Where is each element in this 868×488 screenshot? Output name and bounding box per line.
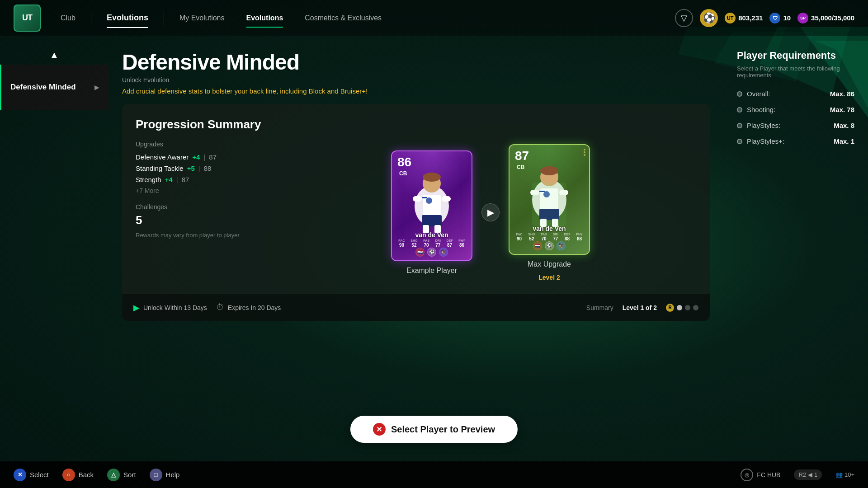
- nav-cosmetics[interactable]: Cosmetics & Exclusives: [294, 9, 392, 27]
- nav-right: ▽ ⚽ UT 803,231 🛡 10 SP 35,000/35,000: [675, 9, 854, 27]
- sidebar-up-arrow[interactable]: ▲: [0, 50, 108, 60]
- progression-info: Progression Summary Upgrades Defensive A…: [136, 117, 271, 307]
- team-badge-icon[interactable]: ⚽: [700, 9, 718, 27]
- sort-action-btn[interactable]: △ Sort: [107, 469, 136, 481]
- example-card-badges: 🇳🇱 ⚽ 🦅: [392, 248, 472, 257]
- max-nation-badge: 🇳🇱: [533, 241, 542, 250]
- example-card-wrapper: 86 CB: [391, 150, 472, 275]
- nav-club[interactable]: Club: [50, 9, 86, 27]
- nav-evolutions-sub[interactable]: Evolutions: [236, 9, 294, 27]
- challenges-count: 5: [136, 213, 271, 227]
- req-shooting-left: Shooting:: [737, 106, 775, 113]
- upgrade2-name: Standing Tackle: [136, 164, 184, 172]
- example-card-label: Example Player: [406, 267, 457, 275]
- r2-number: 1: [814, 471, 817, 478]
- svg-point-18: [540, 166, 558, 175]
- coins-value: 803,231: [738, 14, 763, 22]
- example-player-image: [396, 170, 468, 233]
- select-player-button[interactable]: ✕ Select Player to Preview: [350, 416, 518, 443]
- max-stat-pas: PAS 70: [541, 233, 547, 241]
- progression-title: Progression Summary: [136, 117, 271, 131]
- league-badge: ⚽: [427, 248, 436, 257]
- max-card-wrapper: 87 CB: [509, 144, 590, 281]
- svg-rect-10: [413, 196, 422, 202]
- upgrade3-pipe: |: [176, 176, 178, 183]
- page-title: Defensive Minded: [122, 50, 710, 75]
- square-button-icon: □: [150, 469, 162, 481]
- club-badge: 🦅: [439, 248, 448, 257]
- req-row-shooting: Shooting: Max. 78: [737, 106, 854, 113]
- upgrade1-val: 87: [209, 153, 217, 161]
- req-playstyles-plus-value: Max. 1: [834, 137, 854, 145]
- svg-rect-12: [422, 215, 442, 226]
- next-arrow-btn[interactable]: ▶: [481, 203, 500, 221]
- stat-phy: PHY 86: [458, 239, 465, 248]
- max-card-stats: PAC 90 SHO 52 PAS 70: [509, 233, 589, 241]
- select-action-btn[interactable]: ✕ Select: [14, 469, 49, 481]
- upgrade2-bonus: +5: [187, 164, 195, 172]
- upgrade2-val: 88: [204, 164, 212, 172]
- sp-value: 35,000/35,000: [811, 14, 854, 22]
- max-card-badges: 🇳🇱 ⚽ 🦅: [509, 241, 589, 250]
- help-action-btn[interactable]: □ Help: [150, 469, 180, 481]
- sidebar-item-defensive-minded[interactable]: Defensive Minded ▶: [0, 65, 108, 110]
- nav-my-evolutions[interactable]: My Evolutions: [169, 9, 236, 27]
- r-button-icon: R: [666, 304, 674, 312]
- sp-display: SP 35,000/35,000: [797, 13, 854, 23]
- max-card-rating: 87: [515, 150, 529, 162]
- upgrade1-bonus: +4: [192, 153, 200, 161]
- filter-icon[interactable]: ▽: [675, 9, 693, 27]
- req-playstyles-plus-dot: [737, 139, 742, 144]
- req-row-overall: Overall: Max. 86: [737, 90, 854, 98]
- fc-hub-section: ◎ FC HUB: [741, 469, 780, 481]
- example-card-name: van de Ven: [392, 231, 472, 239]
- rewards-note: Rewards may vary from player to player: [136, 232, 271, 239]
- fc-hub-icon: ◎: [741, 469, 753, 481]
- card-panel: Progression Summary Upgrades Defensive A…: [122, 104, 710, 321]
- req-shooting-dot: [737, 107, 742, 113]
- req-shooting-value: Max. 78: [830, 106, 854, 113]
- nav-divider-2: [164, 11, 164, 25]
- players-icon: 👥: [835, 471, 843, 478]
- stat-pac: PAC 90: [398, 239, 405, 248]
- sidebar-item-label: Defensive Minded: [10, 83, 76, 92]
- req-playstyles-name: PlayStyles:: [747, 122, 780, 129]
- coin-icon: UT: [725, 13, 736, 23]
- upgrade-row-1: Defensive Awarer +4 | 87: [136, 153, 271, 161]
- example-card-position: CB: [399, 170, 407, 177]
- shield-currency-icon: 🛡: [769, 13, 780, 23]
- svg-point-15: [426, 197, 432, 204]
- back-action-btn[interactable]: ○ Back: [62, 469, 94, 481]
- max-card-name: van de Ven: [509, 225, 589, 232]
- unlock-days-text: Unlock Within 13 Days: [143, 304, 207, 311]
- card-dots-gold: [584, 149, 585, 156]
- level-dot-3: [693, 305, 698, 310]
- max-card-position: CB: [517, 164, 524, 170]
- select-label: Select: [30, 471, 49, 479]
- ut-logo[interactable]: UT: [14, 5, 41, 32]
- req-playstyles-left: PlayStyles:: [737, 122, 780, 129]
- req-playstyles-plus-left: PlayStyles+:: [737, 137, 784, 145]
- max-stat-def: DEF 88: [564, 233, 571, 241]
- upgrade3-bonus: +4: [165, 176, 173, 183]
- upgrade-row-2: Standing Tackle +5 | 88: [136, 164, 271, 172]
- sidebar: ▲ Defensive Minded ▶: [0, 41, 108, 488]
- challenges-label: Challenges: [136, 203, 271, 211]
- sort-label: Sort: [123, 471, 136, 479]
- card-bottom-bar: ▶ Unlock Within 13 Days ⏱ Expires In 20 …: [122, 294, 710, 321]
- nation-badge: 🇳🇱: [415, 248, 425, 257]
- player-silhouette-svg: [396, 170, 468, 233]
- nav-evolutions[interactable]: Evolutions: [96, 9, 159, 27]
- max-club-badge: 🦅: [557, 241, 566, 250]
- req-row-playstyles-plus: PlayStyles+: Max. 1: [737, 137, 854, 145]
- max-player-silhouette-svg: [513, 164, 585, 227]
- upgrade3-val: 87: [182, 176, 189, 183]
- sidebar-arrow-right-icon: ▶: [94, 84, 99, 91]
- max-stat-pac: PAC 90: [516, 233, 522, 241]
- more-upgrades-label: +7 More: [136, 187, 271, 194]
- unlock-days-icon: ▶: [133, 303, 140, 313]
- max-league-badge: ⚽: [545, 241, 554, 250]
- req-overall-value: Max. 86: [830, 90, 854, 98]
- max-stat-phy: PHY 88: [576, 233, 582, 241]
- requirements-title: Player Requirements: [737, 50, 854, 61]
